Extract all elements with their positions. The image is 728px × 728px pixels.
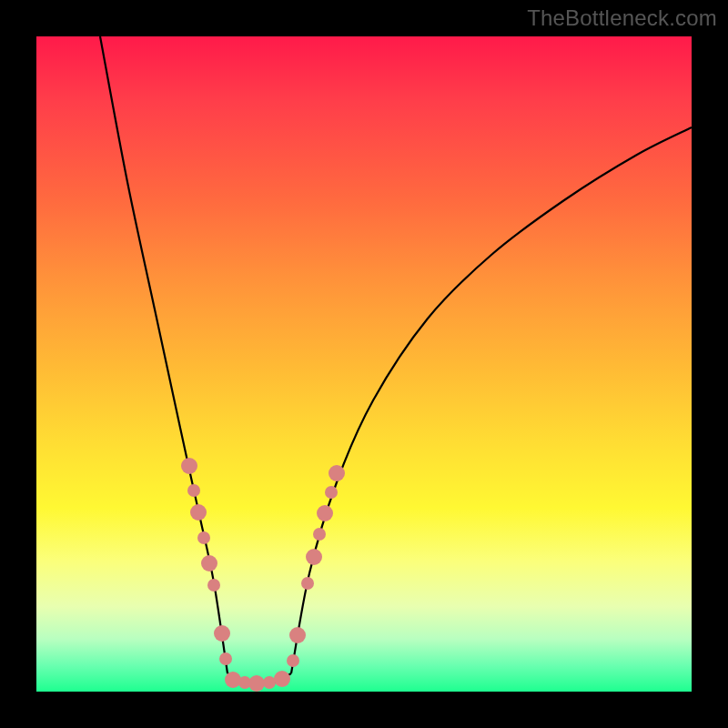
data-point-floor-4	[274, 671, 290, 687]
data-point-left-7	[219, 652, 232, 665]
chart-frame: TheBottleneck.com	[0, 0, 728, 728]
data-point-right-2	[301, 577, 314, 590]
data-points-group	[181, 458, 345, 692]
data-point-left-1	[187, 484, 200, 497]
data-point-right-5	[317, 505, 333, 521]
data-point-floor-2	[248, 675, 265, 692]
data-point-right-4	[313, 528, 326, 541]
data-point-right-6	[325, 486, 338, 499]
data-point-left-3	[197, 531, 210, 544]
data-point-right-3	[306, 549, 322, 565]
curve-right-branch	[291, 127, 692, 673]
data-point-left-0	[181, 458, 197, 474]
data-point-left-2	[190, 504, 207, 521]
curve-left-branch	[100, 36, 228, 673]
curve-layer	[36, 36, 692, 692]
data-point-left-4	[201, 555, 217, 571]
plot-area	[36, 36, 692, 692]
data-point-right-0	[287, 654, 299, 667]
data-point-left-5	[207, 579, 220, 592]
data-point-right-1	[289, 627, 306, 643]
watermark-text: TheBottleneck.com	[527, 5, 717, 31]
data-point-right-7	[329, 465, 345, 481]
data-point-left-6	[214, 625, 230, 642]
data-point-floor-3	[263, 676, 276, 689]
data-point-floor-0	[225, 672, 241, 688]
